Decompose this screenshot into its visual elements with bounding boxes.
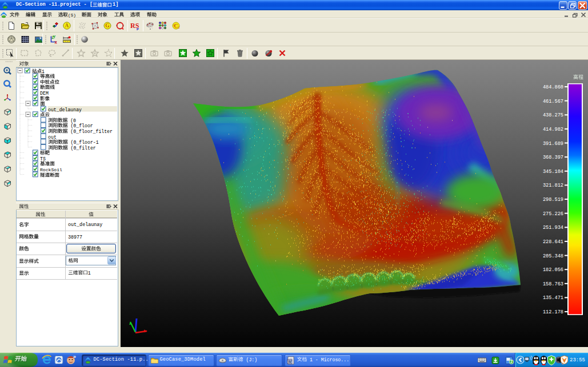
svg-text:1: 1 bbox=[42, 68, 45, 74]
svg-text:RockSoil: RockSoil bbox=[40, 167, 62, 172]
svg-text:484.860: 484.860 bbox=[543, 84, 563, 90]
svg-text:X: X bbox=[55, 41, 58, 44]
svg-text:182.056: 182.056 bbox=[543, 267, 563, 273]
svg-text:112.178: 112.178 bbox=[543, 309, 563, 315]
svg-text:-: - bbox=[315, 357, 318, 362]
svg-text:Y: Y bbox=[53, 35, 56, 39]
svg-text:G: G bbox=[105, 23, 110, 29]
svg-text:391.689: 391.689 bbox=[543, 141, 563, 147]
svg-text:1: 1 bbox=[309, 357, 312, 362]
svg-text:251.934: 251.934 bbox=[543, 225, 563, 231]
svg-text:(J:): (J:) bbox=[246, 357, 257, 362]
svg-text:(0: (0 bbox=[70, 118, 76, 123]
svg-text:1: 1 bbox=[88, 271, 91, 276]
svg-text:out: out bbox=[48, 134, 57, 139]
svg-text:135.471: 135.471 bbox=[543, 295, 563, 301]
svg-text:(0_filter: (0_filter bbox=[70, 145, 95, 150]
svg-text:368.397: 368.397 bbox=[543, 155, 563, 160]
svg-text:1: 1 bbox=[173, 23, 175, 27]
svg-text:438.275: 438.275 bbox=[543, 112, 563, 118]
svg-text:158.763: 158.763 bbox=[543, 281, 563, 287]
svg-text:TS: TS bbox=[40, 156, 46, 161]
svg-text:275.226: 275.226 bbox=[543, 211, 563, 217]
svg-text:461.567: 461.567 bbox=[543, 99, 563, 104]
svg-text:2: 2 bbox=[510, 360, 513, 364]
svg-text:345.104: 345.104 bbox=[543, 169, 563, 175]
svg-text:2: 2 bbox=[178, 26, 180, 29]
svg-text:W: W bbox=[288, 360, 292, 364]
svg-text:(0_floor_filter: (0_floor_filter bbox=[70, 129, 113, 134]
svg-text:298.519: 298.519 bbox=[543, 197, 563, 203]
svg-text:Microso...: Microso... bbox=[321, 357, 349, 362]
svg-text:out_delaunay: out_delaunay bbox=[48, 107, 82, 112]
svg-text:(0_floor-1: (0_floor-1 bbox=[70, 140, 98, 145]
svg-text:205.348: 205.348 bbox=[543, 253, 563, 259]
svg-text:228.641: 228.641 bbox=[543, 239, 563, 245]
svg-text:A: A bbox=[65, 23, 69, 29]
svg-text:(S): (S) bbox=[68, 12, 76, 17]
svg-text:321.812: 321.812 bbox=[543, 183, 563, 188]
svg-text:p: p bbox=[137, 26, 139, 31]
svg-text:(0_floor: (0_floor bbox=[70, 123, 93, 128]
svg-text:414.982: 414.982 bbox=[543, 127, 563, 132]
svg-text:DEM: DEM bbox=[40, 91, 49, 96]
